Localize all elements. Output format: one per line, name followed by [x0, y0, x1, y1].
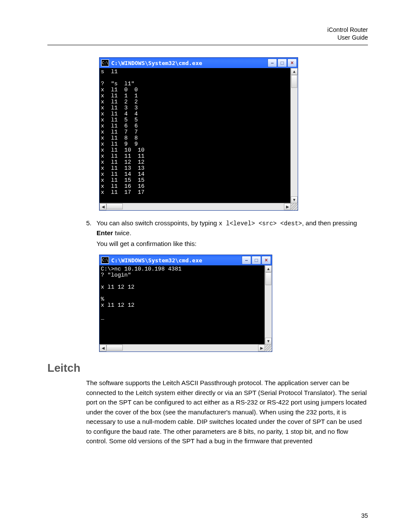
figure-cmd-2: C:\ C:\WINDOWS\System32\cmd.exe – □ × C:…	[99, 255, 368, 352]
scroll-left-icon[interactable]: ◀	[100, 345, 106, 352]
minimize-button[interactable]: –	[268, 59, 277, 67]
page: iControl Router User Guide C:\ C:\WINDOW…	[0, 0, 411, 532]
step5-mid: , and then pressing	[302, 219, 357, 227]
cmd-output-1[interactable]: s l1 ? "s l1" x l1 0 0 x l1 1 1 x l1 2 2…	[100, 68, 292, 204]
cmd-window-2: C:\ C:\WINDOWS\System32\cmd.exe – □ × C:…	[99, 255, 272, 352]
scroll-track[interactable]	[291, 88, 298, 196]
enter-key-label: Enter	[97, 229, 113, 236]
scroll-down-icon[interactable]: ▼	[291, 196, 298, 203]
vertical-scroll-thumb[interactable]	[291, 75, 297, 88]
figure-cmd-1: C:\ C:\WINDOWS\System32\cmd.exe – □ × s …	[99, 57, 368, 211]
window-buttons: – □ ×	[242, 256, 271, 264]
cmd-system-icon[interactable]: C:\	[101, 59, 109, 66]
cmd-title: C:\WINDOWS\System32\cmd.exe	[111, 257, 240, 264]
step5-post: twice.	[113, 229, 131, 236]
cmd-system-icon[interactable]: C:\	[101, 257, 109, 264]
resize-grip-icon[interactable]	[265, 344, 272, 352]
step-text: You can also switch crosspoints, by typi…	[97, 218, 368, 237]
scroll-right-icon[interactable]: ▶	[284, 203, 291, 210]
horizontal-scroll-thumb[interactable]	[106, 345, 123, 351]
vertical-scrollbar[interactable]: ▲ ▼	[265, 265, 272, 345]
cmd-title: C:\WINDOWS\System32\cmd.exe	[111, 60, 265, 66]
horizontal-scrollbar[interactable]: ◀ ▶	[100, 203, 291, 210]
confirmation-line: You will get a confirmation like this:	[97, 239, 368, 249]
step5-code: x l<level> <src> <dest>	[219, 220, 302, 227]
horizontal-scrollbar[interactable]: ◀ ▶	[100, 344, 265, 352]
step5-pre: You can also switch crosspoints, by typi…	[97, 219, 219, 227]
minimize-button[interactable]: –	[242, 256, 251, 264]
maximize-button[interactable]: □	[252, 256, 261, 264]
scroll-track[interactable]	[123, 203, 284, 210]
cmd-titlebar[interactable]: C:\ C:\WINDOWS\System32\cmd.exe – □ ×	[100, 255, 272, 265]
scroll-down-icon[interactable]: ▼	[265, 338, 272, 345]
scroll-left-icon[interactable]: ◀	[100, 203, 106, 210]
scroll-up-icon[interactable]: ▲	[291, 68, 298, 75]
header-rule	[47, 45, 368, 45]
horizontal-scroll-thumb[interactable]	[106, 203, 123, 209]
scroll-track[interactable]	[106, 345, 258, 352]
close-button[interactable]: ×	[262, 256, 271, 264]
close-button[interactable]: ×	[287, 59, 297, 67]
scroll-right-icon[interactable]: ▶	[258, 345, 265, 352]
cmd-output-2[interactable]: C:\>nc 10.10.10.198 4381 ? "login" x l1 …	[100, 265, 266, 345]
page-header: iControl Router User Guide	[47, 26, 368, 41]
vertical-scroll-thumb[interactable]	[265, 272, 271, 285]
scroll-track[interactable]	[265, 285, 272, 338]
vertical-scrollbar[interactable]: ▲ ▼	[290, 68, 298, 203]
section-body-leitch: The software supports the Leitch ASCII P…	[86, 378, 368, 446]
header-subtitle: User Guide	[47, 34, 368, 41]
cmd-titlebar[interactable]: C:\ C:\WINDOWS\System32\cmd.exe – □ ×	[100, 58, 298, 68]
cmd-body: C:\>nc 10.10.10.198 4381 ? "login" x l1 …	[100, 265, 272, 352]
resize-grip-icon[interactable]	[290, 203, 298, 210]
window-buttons: – □ ×	[268, 59, 297, 67]
cmd-window-1: C:\ C:\WINDOWS\System32\cmd.exe – □ × s …	[99, 57, 298, 211]
maximize-button[interactable]: □	[277, 59, 287, 67]
step-5: 5. You can also switch crosspoints, by t…	[86, 218, 368, 237]
cmd-body: s l1 ? "s l1" x l1 0 0 x l1 1 1 x l1 2 2…	[100, 68, 298, 210]
header-title: iControl Router	[47, 26, 368, 34]
section-heading-leitch: Leitch	[47, 361, 368, 375]
page-number: 35	[361, 512, 368, 519]
step-number: 5.	[86, 218, 97, 237]
scroll-up-icon[interactable]: ▲	[265, 265, 272, 272]
